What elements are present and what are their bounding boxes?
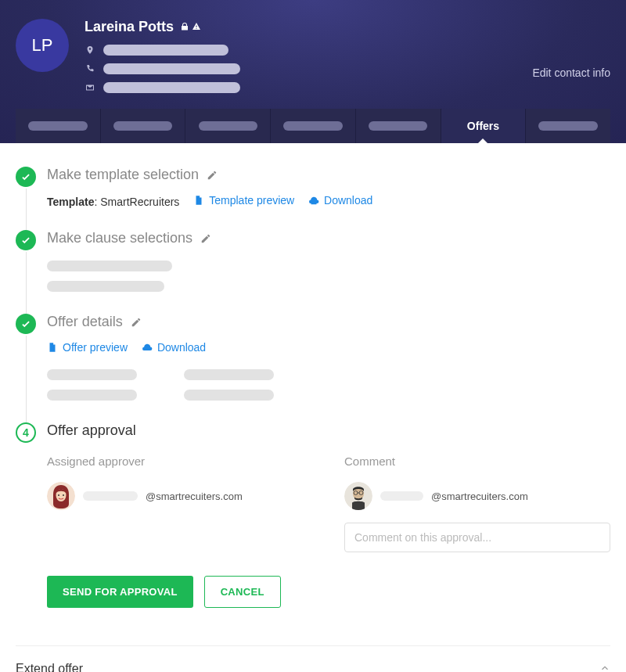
avatar: LP <box>16 19 69 72</box>
location-icon <box>85 45 95 56</box>
pencil-icon[interactable] <box>200 233 211 244</box>
alert-icon <box>192 21 201 34</box>
commenter-avatar <box>344 482 372 510</box>
edit-contact-link[interactable]: Edit contact info <box>532 66 610 79</box>
tab-7[interactable] <box>526 109 610 143</box>
step-title: Offer approval <box>47 422 136 439</box>
comment-label: Comment <box>344 455 610 468</box>
svg-point-2 <box>58 494 59 496</box>
phone-icon <box>85 63 95 74</box>
commenter-email: @smartrecuiters.com <box>431 491 528 502</box>
step-clauses: Make clause selections <box>16 230 610 307</box>
step-template: Make template selection Template: SmartR… <box>16 167 610 224</box>
assigned-label: Assigned approver <box>47 455 313 468</box>
cloud-download-icon <box>142 342 153 353</box>
name-status-icons <box>180 21 201 34</box>
template-value: SmartRecruiters <box>100 196 179 208</box>
file-icon <box>193 195 204 206</box>
step-details: Offer details Offer preview Download <box>16 314 610 416</box>
profile-name: Lareina Potts <box>85 19 174 35</box>
avatar-initials: LP <box>32 35 53 56</box>
approver-email: @smartrecuiters.com <box>146 491 243 502</box>
approver-name-placeholder <box>83 491 138 501</box>
tab-label: Offers <box>467 120 499 132</box>
step-marker-done <box>16 230 36 250</box>
profile-header: LP Lareina Potts <box>0 0 626 143</box>
contact-lines <box>85 45 610 93</box>
detail-placeholder <box>47 369 137 380</box>
step-title: Offer details <box>47 314 123 330</box>
lock-icon <box>180 21 189 34</box>
tab-2[interactable] <box>101 109 185 143</box>
step-marker-done <box>16 314 36 334</box>
approver-avatar <box>47 482 75 510</box>
offer-download-link[interactable]: Download <box>142 341 206 354</box>
location-value <box>103 45 228 56</box>
assigned-approver-section: Assigned approver @smartrecuiters <box>47 455 313 552</box>
email-icon <box>85 82 95 93</box>
pencil-icon[interactable] <box>207 170 218 181</box>
pencil-icon[interactable] <box>131 317 142 328</box>
email-value <box>103 82 240 93</box>
tab-4[interactable] <box>271 109 355 143</box>
extend-offer-label: Extend offer <box>16 662 83 672</box>
clause-placeholder <box>47 261 172 271</box>
chevron-up-icon <box>599 663 610 673</box>
template-download-link[interactable]: Download <box>308 194 372 207</box>
detail-placeholder <box>184 369 274 380</box>
send-for-approval-button[interactable]: SEND FOR APPROVAL <box>47 576 193 608</box>
tab-5[interactable] <box>356 109 441 143</box>
cloud-download-icon <box>308 195 319 206</box>
comment-input[interactable] <box>344 523 610 552</box>
comment-section: Comment @smartrecu <box>344 455 610 552</box>
step-title: Make template selection <box>47 167 199 183</box>
tab-1[interactable] <box>16 109 100 143</box>
svg-point-3 <box>63 494 64 496</box>
tab-3[interactable] <box>185 109 270 143</box>
clause-placeholder <box>47 281 164 292</box>
step-approval: 4 Offer approval Assigned approver <box>16 422 610 639</box>
content: Make template selection Template: SmartR… <box>0 143 626 672</box>
template-preview-link[interactable]: Template preview <box>193 194 294 207</box>
tabs: Offers <box>16 109 610 143</box>
step-marker-done <box>16 167 36 187</box>
step-marker-number: 4 <box>16 422 36 443</box>
file-icon <box>47 342 58 353</box>
offer-preview-link[interactable]: Offer preview <box>47 341 128 354</box>
detail-placeholder <box>47 390 137 401</box>
tab-offers[interactable]: Offers <box>441 109 526 143</box>
extend-offer-row[interactable]: Extend offer <box>16 646 610 672</box>
template-label: Template <box>47 196 94 208</box>
step-title: Make clause selections <box>47 230 192 246</box>
cancel-button[interactable]: CANCEL <box>204 576 281 608</box>
commenter-name-placeholder <box>380 491 423 501</box>
detail-placeholder <box>184 390 274 401</box>
phone-value <box>103 63 240 74</box>
